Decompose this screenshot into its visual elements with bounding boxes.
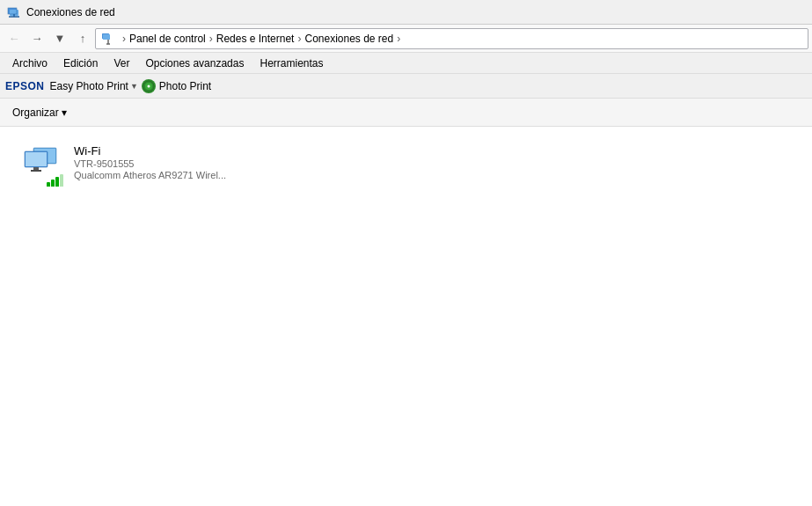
signal-bar-1 [47,182,50,187]
path-separator-2: › [208,33,215,45]
svg-rect-17 [31,170,41,172]
signal-bar-2 [51,180,55,187]
wifi-network-item[interactable]: Wi-Fi VTR-9501555 Qualcomm Atheros AR927… [14,137,278,194]
content-area: Wi-Fi VTR-9501555 Qualcomm Atheros AR927… [0,127,812,506]
path-item-1[interactable]: Panel de control [129,33,206,45]
epson-label: EPSON [5,80,45,92]
path-separator-3: › [296,33,303,45]
network-ssid: VTR-9501555 [74,158,226,169]
easy-photo-dropdown-icon: ▼ [130,82,138,91]
title-bar: Conexiones de red [0,0,812,25]
forward-button[interactable]: → [26,28,48,49]
svg-rect-15 [26,152,47,166]
network-adapter: Qualcomm Atheros AR9271 Wirel... [74,170,226,180]
menu-edicion[interactable]: Edición [56,55,105,71]
address-path[interactable]: › Panel de control › Redes e Internet › … [95,28,808,49]
path-separator-4: › [395,33,402,45]
svg-point-11 [147,84,150,87]
organize-bar: Organizar ▾ [0,99,812,127]
back-button[interactable]: ← [4,28,25,49]
network-icon-wrapper [21,144,63,187]
network-name: Wi-Fi [74,144,226,158]
organize-dropdown-icon: ▾ [62,106,67,119]
signal-bar-4 [60,174,63,187]
path-item-2[interactable]: Redes e Internet [216,33,295,45]
photo-print-label: Photo Print [159,80,211,92]
window-icon [7,5,21,19]
organize-button[interactable]: Organizar ▾ [7,104,72,121]
epson-toolbar: EPSON Easy Photo Print ▼ Photo Print [0,74,812,99]
svg-rect-6 [103,34,110,40]
photo-print-button[interactable]: Photo Print [142,79,211,93]
path-item-3[interactable]: Conexiones de red [304,33,393,45]
up-button[interactable]: ↑ [72,28,93,49]
easy-photo-print-button[interactable]: Easy Photo Print ▼ [50,80,138,92]
organize-label: Organizar [12,106,59,119]
menu-bar: Archivo Edición Ver Opciones avanzadas H… [0,53,812,74]
easy-photo-print-label: Easy Photo Print [50,80,128,92]
signal-bar-3 [55,177,59,187]
menu-archivo[interactable]: Archivo [5,55,55,71]
signal-bars [47,174,63,187]
menu-herramientas[interactable]: Herramientas [252,55,330,71]
photo-print-icon [142,79,156,93]
window-title: Conexiones de red [26,6,115,18]
path-separator-1: › [121,33,128,45]
menu-opciones[interactable]: Opciones avanzadas [138,55,251,71]
recent-locations-button[interactable]: ▼ [49,28,70,49]
address-bar: ← → ▼ ↑ › Panel de control › Redes e Int… [0,25,812,53]
path-network-icon [101,32,115,46]
menu-ver[interactable]: Ver [106,55,136,71]
network-info: Wi-Fi VTR-9501555 Qualcomm Atheros AR927… [74,144,226,180]
